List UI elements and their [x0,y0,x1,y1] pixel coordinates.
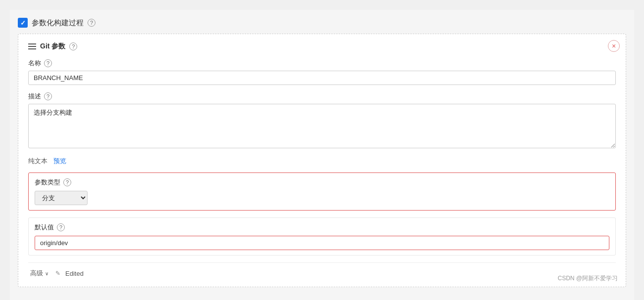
main-container: 参数化构建过程 ? Git 参数 ? × 名称 ? [18,18,626,287]
panel-header: Git 参数 ? [28,42,616,51]
panel-title: Git 参数 [40,42,65,51]
name-help-icon[interactable]: ? [44,59,52,67]
param-type-help-icon[interactable]: ? [63,178,71,186]
close-button[interactable]: × [608,40,620,52]
watermark: CSDN @阿新不爱学习 [557,274,618,283]
description-textarea[interactable] [28,104,616,148]
default-value-help-icon[interactable]: ? [57,223,65,231]
param-type-label: 参数类型 ? [35,178,609,187]
page-wrapper: 参数化构建过程 ? Git 参数 ? × 名称 ? [10,10,634,300]
advanced-button[interactable]: 高级 ∨ [28,268,50,279]
advanced-label: 高级 [30,269,43,278]
default-value-label: 默认值 ? [35,223,609,232]
header-help-icon[interactable]: ? [88,19,95,27]
panel-help-icon[interactable]: ? [69,43,77,50]
plain-text-label: 纯文本 [28,157,47,166]
description-help-icon[interactable]: ? [44,92,52,100]
default-value-input[interactable] [35,236,609,250]
description-field-group: 描述 ? [28,92,616,150]
preview-link[interactable]: 预览 [53,157,66,166]
hamburger-icon[interactable] [28,43,36,49]
description-label: 描述 ? [28,92,616,101]
name-label: 名称 ? [28,59,616,68]
edit-icon: ✎ [55,270,60,277]
parameterize-checkbox[interactable] [18,18,28,28]
chevron-down-icon: ∨ [45,271,48,276]
header-row: 参数化构建过程 ? [18,18,626,28]
name-field-group: 名称 ? [28,59,616,85]
footer-row: 高级 ∨ ✎ Edited [28,262,616,279]
text-type-row: 纯文本 预览 [28,157,616,166]
param-type-section: 参数类型 ? 分支 标签 修订版本 分支或标签 [28,172,616,211]
name-input[interactable] [28,71,616,85]
page-title: 参数化构建过程 [32,18,84,28]
edited-label: Edited [65,270,84,277]
param-type-select[interactable]: 分支 标签 修订版本 分支或标签 [35,191,88,205]
default-value-section: 默认值 ? [28,217,616,256]
git-params-panel: Git 参数 ? × 名称 ? 描述 ? [18,34,626,287]
